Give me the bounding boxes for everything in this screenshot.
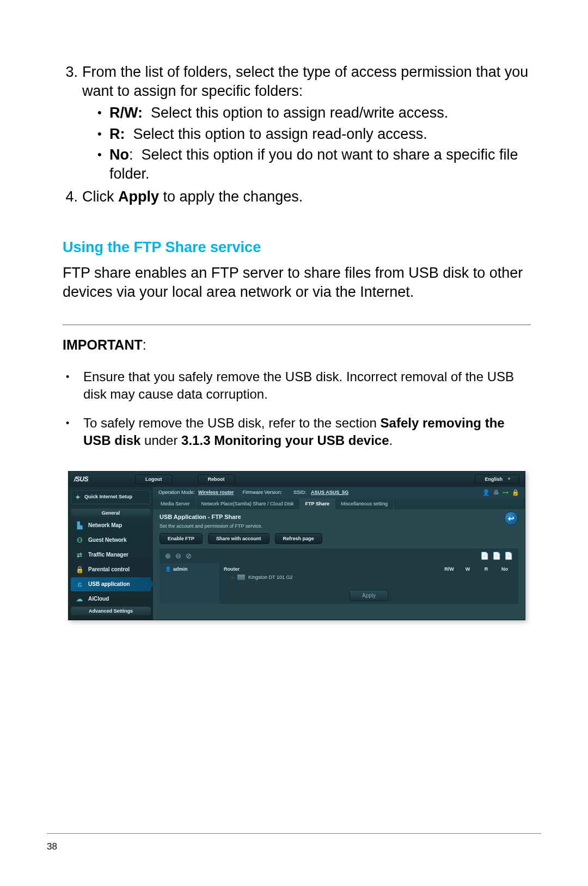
nav-label: Parental control	[88, 566, 130, 572]
printer-status-icon[interactable]: 🖶	[493, 489, 499, 496]
nav-label: USB application	[88, 581, 130, 587]
traffic-icon: ⇄	[75, 551, 84, 559]
divider	[63, 325, 531, 325]
bullet-icon: •	[97, 103, 109, 123]
usb-icon: ⎌	[75, 581, 84, 588]
folder-icon	[237, 575, 245, 580]
language-dropdown[interactable]: English ▼	[475, 474, 519, 484]
qis-label: Quick Internet Setup	[84, 494, 132, 500]
file-action-icon[interactable]: 📄	[480, 552, 489, 560]
cloud-icon: ☁	[75, 595, 84, 603]
sidebar-section-advanced: Advanced Settings	[71, 607, 151, 615]
nav-label: Traffic Manager	[88, 552, 128, 558]
tab-misc-setting[interactable]: Miscellaneous setting	[335, 498, 394, 509]
tab-media-server[interactable]: Media Server	[155, 498, 196, 509]
back-arrow-icon: ↩	[508, 514, 514, 523]
no-label: No	[109, 146, 129, 163]
logout-button[interactable]: Logout	[135, 474, 173, 484]
footer-divider	[47, 833, 541, 834]
imp2-post: .	[389, 433, 393, 448]
step-3: 3. From the list of folders, select the …	[63, 63, 531, 185]
rw-text: Select this option to assign read/write …	[143, 105, 448, 121]
nav-traffic-manager[interactable]: ⇄ Traffic Manager	[71, 548, 151, 562]
tab-samba-share[interactable]: Network Place(Samba) Share / Cloud Disk	[196, 498, 300, 509]
rw-label: R/W:	[109, 105, 143, 121]
network-icon: ▙	[75, 522, 84, 529]
ftp-panel: ↩ USB Application - FTP Share Set the ac…	[153, 509, 525, 608]
folder-name: Kingston DT 101 G2	[248, 575, 292, 580]
info-bar: Operation Mode: Wireless router Firmware…	[153, 487, 525, 498]
ftp-description: FTP share enables an FTP server to share…	[63, 264, 531, 302]
perm-rw-header: R/W	[440, 566, 458, 572]
op-mode-label: Operation Mode:	[158, 490, 195, 495]
asus-logo: /SUS	[74, 475, 105, 483]
enable-ftp-button[interactable]: Enable FTP	[160, 533, 203, 544]
toolbar-row: ⊕ ⊖ ⊘ 📄 📄 📄	[160, 548, 518, 563]
nav-label: Network Map	[88, 522, 122, 528]
tree-dash-icon: –	[231, 575, 234, 580]
apply-button[interactable]: Apply	[350, 590, 388, 601]
guest-icon: ⚇	[75, 536, 84, 544]
ssid-label: SSID:	[285, 490, 308, 495]
edit-icon[interactable]: ⊘	[186, 552, 192, 560]
user-cell[interactable]: 👤 admin	[160, 563, 219, 604]
tabs: Media Server Network Place(Samba) Share …	[153, 498, 525, 509]
main-panel: Operation Mode: Wireless router Firmware…	[153, 487, 525, 620]
quick-internet-setup[interactable]: ✦ Quick Internet Setup	[71, 490, 151, 504]
panel-title: USB Application - FTP Share	[160, 514, 518, 520]
nav-label: Guest Network	[88, 537, 127, 543]
imp2-pre: To safely remove the USB disk, refer to …	[83, 415, 381, 430]
step-4: 4. Click Apply to apply the changes.	[63, 187, 531, 206]
reboot-button[interactable]: Reboot	[198, 474, 235, 484]
user-icon: 👤	[165, 566, 171, 572]
permission-row: 👤 admin Router R/W W R No	[160, 563, 518, 604]
nav-aicloud[interactable]: ☁ AiCloud	[71, 592, 151, 606]
bullet-icon: •	[97, 145, 109, 183]
step-4-post: to apply the changes.	[159, 188, 303, 205]
user-status-icon[interactable]: 👤	[482, 489, 490, 496]
back-round-button[interactable]: ↩	[504, 511, 518, 526]
nav-parental-control[interactable]: 🔒 Parental control	[71, 563, 151, 577]
router-ui-screenshot: /SUS Logout Reboot English ▼ ✦ Quick Int…	[68, 471, 525, 620]
nav-usb-application[interactable]: ⎌ USB application	[71, 577, 151, 591]
file-action-icon[interactable]: 📄	[504, 552, 513, 560]
panel-subtitle: Set the account and permission of FTP se…	[160, 523, 518, 529]
sub-item-r: • R: Select this option to assign read-o…	[82, 125, 531, 144]
add-icon[interactable]: ⊕	[165, 552, 171, 560]
no-text: : Select this option if you do not want …	[109, 146, 522, 182]
file-action-icon[interactable]: 📄	[492, 552, 501, 560]
important-item-2: • To safely remove the USB disk, refer t…	[63, 414, 531, 449]
section-heading-ftp: Using the FTP Share service	[63, 239, 531, 256]
folder-grid: ⊕ ⊖ ⊘ 📄 📄 📄 👤 adm	[160, 548, 518, 604]
sidebar: ✦ Quick Internet Setup General ▙ Network…	[69, 487, 153, 620]
nav-label: AiCloud	[88, 596, 109, 602]
language-label: English	[485, 476, 503, 482]
bullet-icon: •	[63, 414, 83, 449]
r-label: R:	[109, 126, 125, 142]
step-4-number: 4.	[63, 187, 82, 206]
r-text: Select this option to assign read-only a…	[125, 126, 427, 142]
op-mode-value[interactable]: Wireless router	[198, 490, 234, 495]
usb-status-icon[interactable]: ⊶	[503, 489, 509, 496]
screenshot-header: /SUS Logout Reboot English ▼	[69, 472, 525, 487]
fw-label: Firmware Version:	[237, 490, 283, 495]
nav-network-map[interactable]: ▙ Network Map	[71, 518, 151, 533]
perm-w-header: W	[458, 566, 477, 572]
folder-row[interactable]: – Kingston DT 101 G2	[224, 573, 514, 582]
step-3-text: From the list of folders, select the typ…	[82, 64, 528, 99]
tab-ftp-share[interactable]: FTP Share	[300, 498, 335, 509]
imp2-mid: under	[140, 433, 181, 448]
step-4-pre: Click	[82, 188, 118, 205]
lock-status-icon[interactable]: 🔒	[512, 489, 519, 496]
share-with-account-button[interactable]: Share with account	[208, 533, 270, 544]
important-label: IMPORTANT:	[63, 337, 531, 353]
ssid-value[interactable]: ASUS ASUS_5G	[311, 490, 348, 495]
important-1-text: Ensure that you safely remove the USB di…	[83, 368, 531, 402]
nav-guest-network[interactable]: ⚇ Guest Network	[71, 533, 151, 547]
refresh-page-button[interactable]: Refresh page	[275, 533, 322, 544]
important-colon: :	[143, 337, 146, 352]
bullet-icon: •	[63, 368, 83, 402]
lock-icon: 🔒	[75, 566, 84, 573]
perm-r-header: R	[477, 566, 495, 572]
remove-icon[interactable]: ⊖	[175, 552, 181, 560]
